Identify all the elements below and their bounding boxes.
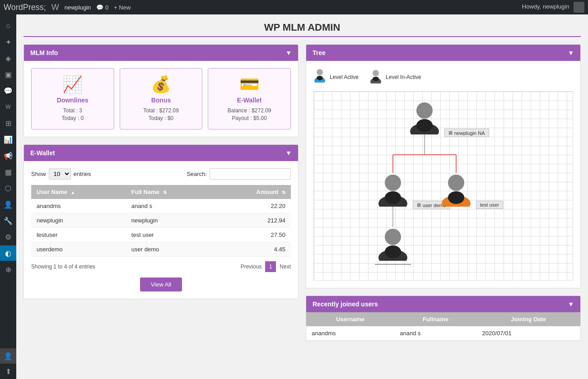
mlm-info-header: MLM Info ▼: [24, 45, 298, 61]
entries-select[interactable]: 10 25 50: [49, 168, 71, 180]
page-title: WP MLM ADMIN: [23, 22, 581, 37]
tree-toggle[interactable]: ▼: [568, 49, 574, 56]
col-username[interactable]: User Name ▲: [31, 185, 126, 199]
table-row: userdemouser demo4.45: [31, 242, 291, 257]
sidebar-icon-posts[interactable]: ✦: [0, 34, 16, 50]
recently-joined-body: Username Fullname Joining Date anandmsan…: [306, 312, 580, 341]
recently-joined-table: Username Fullname Joining Date anandmsan…: [306, 312, 580, 341]
svg-point-17: [448, 175, 464, 191]
table-row: newpluginnewplugin212.94: [31, 213, 291, 228]
tree-legend: Level Active Level In-: [313, 68, 573, 86]
table-count: Showing 1 to 4 of 4 entries: [31, 263, 95, 270]
table-controls: Show 10 25 50 entries Search:: [31, 168, 291, 180]
downlines-today: Today : 0: [38, 115, 107, 121]
col-r-fullname: Fullname: [394, 312, 476, 326]
show-entries: Show 10 25 50 entries: [31, 168, 91, 180]
sidebar-icon-pages[interactable]: ▣: [0, 67, 16, 82]
sidebar-icon-media[interactable]: ◈: [0, 51, 16, 66]
tree-header: Tree ▼: [306, 45, 580, 61]
table-cell: anand s: [394, 326, 476, 341]
sidebar-icon-analytics[interactable]: 📊: [0, 132, 16, 147]
bonus-total: Total : $272.09: [126, 107, 196, 114]
admin-bar: WordPress; W newplugin 💬 0 + New Howdy, …: [0, 0, 588, 14]
ewallet-toggle[interactable]: ▼: [285, 149, 292, 157]
view-all-button[interactable]: View All: [140, 277, 182, 291]
sort-username-icon: ▲: [71, 190, 75, 195]
ewallet-panel: E-Wallet ▼ Show 10 25 50 entrie: [23, 144, 299, 299]
search-input[interactable]: [210, 168, 291, 180]
table-cell: 27.50: [214, 228, 291, 242]
mlm-info-toggle[interactable]: ▼: [285, 49, 292, 56]
sidebar-icon-comments[interactable]: 💬: [0, 83, 16, 98]
wp-logo-icon: W: [51, 3, 59, 12]
ewallet-panel-body: Show 10 25 50 entries Search:: [24, 161, 298, 299]
table-cell: 22.20: [214, 199, 291, 213]
bonus-icon: 💰: [126, 75, 196, 94]
table-footer: Showing 1 to 4 of 4 entries Previous 1 N…: [31, 261, 291, 272]
comments-icon[interactable]: 💬 0: [96, 4, 108, 11]
sidebar-icon-dashboard[interactable]: ⌂: [0, 18, 16, 33]
ewallet-title[interactable]: E-Wallet: [215, 97, 284, 104]
col-r-username: Username: [306, 312, 394, 326]
node-icon-root: ⊞: [448, 130, 453, 136]
svg-point-2: [317, 76, 323, 80]
avatar-inactive-icon: [369, 69, 382, 85]
sidebar-icon-bottom[interactable]: ⬆: [0, 364, 16, 379]
sidebar-icon-plugins[interactable]: ⬡: [0, 180, 16, 196]
show-label: Show: [31, 171, 46, 177]
table-row: testusertest user27.50: [31, 228, 291, 242]
ewallet-balance: Balance : $272.09: [215, 107, 284, 114]
sidebar-icon-users[interactable]: 👤: [0, 197, 16, 212]
sidebar-icon-products[interactable]: ⊞: [0, 116, 16, 131]
new-button[interactable]: + New: [114, 4, 131, 11]
svg-point-20: [385, 229, 401, 245]
legend-active: Level Active: [313, 68, 359, 86]
site-name[interactable]: newplugin: [65, 4, 91, 11]
table-row: anandmsanand s22.20: [31, 199, 291, 213]
svg-point-13: [416, 119, 433, 132]
next-button[interactable]: Next: [280, 263, 291, 270]
tree-node-testuser: test user: [438, 173, 503, 209]
table-cell: anandms: [31, 199, 126, 213]
ewallet-icon: 💳: [215, 75, 284, 94]
pagination: Previous 1 Next: [241, 261, 291, 272]
node-icon-userdemo: ⊞: [417, 202, 421, 208]
ewallet-header: E-Wallet ▼: [24, 145, 298, 161]
table-cell: user demo: [126, 242, 214, 257]
sidebar-icon-settings[interactable]: ⚙: [0, 229, 16, 245]
sidebar-icon-mlm[interactable]: ◐: [0, 245, 16, 261]
page-number[interactable]: 1: [265, 261, 276, 272]
recently-joined-title: Recently joined users: [313, 300, 378, 308]
legend-inactive-label: Level In-Active: [386, 74, 421, 80]
sidebar-icon-appearance[interactable]: ▦: [0, 164, 16, 180]
svg-point-22: [385, 245, 401, 258]
table-cell: anand s: [126, 199, 214, 213]
ewallet-table: User Name ▲ Full Name ⇅ Amount ⇅: [31, 185, 291, 257]
recently-joined-toggle[interactable]: ▼: [568, 300, 574, 308]
sidebar-icon-tools[interactable]: 🔧: [0, 213, 16, 228]
table-cell: testuser: [31, 228, 126, 242]
howdy-label: Howdy, newplugin: [522, 3, 569, 10]
bonus-today: Today : $0: [126, 115, 196, 121]
legend-inactive: Level In-Active: [369, 69, 421, 85]
svg-point-3: [373, 70, 379, 76]
ewallet-card: 💳 E-Wallet Balance : $272.09 Payout : $5…: [208, 68, 291, 129]
downlines-total: Total : 3: [38, 107, 107, 114]
bonus-title[interactable]: Bonus: [126, 97, 196, 104]
main-content: WP MLM ADMIN MLM Info ▼ 📈 Downlines Tota…: [16, 14, 588, 379]
recently-joined-header: Recently joined users ▼: [306, 296, 580, 312]
col-amount[interactable]: Amount ⇅: [214, 185, 291, 199]
downlines-title[interactable]: Downlines: [38, 97, 107, 104]
sidebar-icon-user-profile[interactable]: 👤: [0, 348, 16, 364]
col-fullname[interactable]: Full Name ⇅: [126, 185, 214, 199]
sidebar-icon-misc2[interactable]: ⊕: [0, 262, 16, 277]
ewallet-payout: Payout : $5.00: [215, 115, 284, 121]
sidebar-icon-woo[interactable]: W: [0, 99, 16, 115]
table-cell: 2020/07/01: [477, 326, 580, 341]
sidebar-icon-marketing[interactable]: 📢: [0, 148, 16, 163]
entries-label: entries: [74, 171, 91, 177]
prev-button[interactable]: Previous: [241, 263, 262, 270]
tree-title: Tree: [313, 49, 326, 56]
table-cell: 4.45: [214, 242, 291, 257]
svg-point-11: [416, 102, 433, 119]
